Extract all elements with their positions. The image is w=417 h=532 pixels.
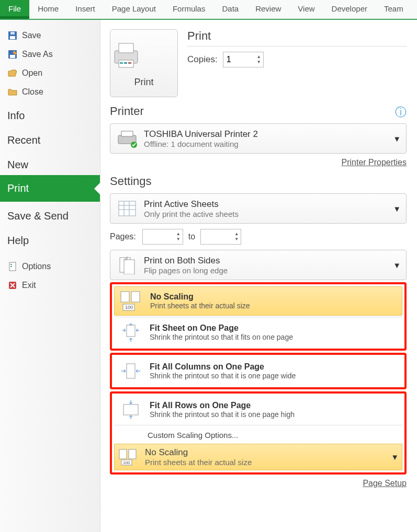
scaling-option-title: Fit Sheet on One Page	[150, 323, 293, 333]
scaling-group-highlight-1: 100 No Scaling Print sheets at their act…	[110, 282, 407, 351]
sidebar-item-options[interactable]: Options	[0, 257, 100, 276]
scaling-option-desc: Print sheets at their actual size	[150, 302, 250, 310]
svg-rect-18	[119, 201, 136, 216]
sidebar-item-save-as[interactable]: Save As	[0, 45, 100, 64]
printer-icon	[116, 128, 139, 149]
scaling-option-desc: Shrink the printout so that it is one pa…	[150, 410, 295, 419]
settings-heading: Settings	[110, 175, 407, 188]
print-what-desc: Only print the active sheets	[144, 210, 239, 218]
sidebar-item-label: Exit	[22, 281, 36, 290]
ribbon-tab-team[interactable]: Team	[376, 0, 412, 19]
info-icon[interactable]: ⓘ	[395, 105, 407, 120]
scaling-option-fit-rows[interactable]: Fit All Rows on One Page Shrink the prin…	[114, 396, 402, 424]
print-button-label: Print	[110, 77, 177, 88]
fit-rows-icon	[117, 399, 144, 421]
svg-rect-30	[127, 364, 135, 378]
pages-to-input[interactable]	[201, 230, 232, 244]
svg-rect-5	[9, 262, 16, 271]
svg-rect-13	[124, 62, 127, 64]
folder-open-icon	[7, 68, 18, 78]
ribbon-tab-home[interactable]: Home	[29, 0, 67, 19]
sheets-icon	[116, 198, 139, 219]
pages-from-input[interactable]	[143, 230, 174, 244]
svg-rect-25	[121, 292, 129, 302]
sidebar-item-exit[interactable]: Exit	[0, 276, 100, 295]
printer-status: Offline: 1 document waiting	[144, 140, 258, 148]
scaling-option-desc: Shrink the printout so that it fits on o…	[150, 333, 293, 341]
ribbon-tab-view[interactable]: View	[289, 0, 323, 19]
sidebar-item-label: Close	[22, 87, 43, 97]
ribbon-tab-insert[interactable]: Insert	[67, 0, 104, 19]
print-what-title: Print Active Sheets	[144, 199, 239, 210]
sidebar-section-recent[interactable]: Recent	[0, 126, 100, 151]
sidebar-item-close[interactable]: Close	[0, 83, 100, 101]
ribbon-tab-page-layout[interactable]: Page Layout	[104, 0, 164, 19]
copies-label: Copies:	[187, 54, 218, 65]
print-what-selector[interactable]: Print Active Sheets Only print the activ…	[110, 193, 407, 224]
chevron-down-icon: ▼	[393, 204, 401, 213]
ribbon-tab-data[interactable]: Data	[213, 0, 247, 19]
printer-selector[interactable]: TOSHIBA Universal Printer 2 Offline: 1 d…	[110, 123, 407, 154]
pages-to-spinner[interactable]: ▲▼	[200, 229, 241, 245]
scaling-option-fit-sheet[interactable]: Fit Sheet on One Page Shrink the printou…	[114, 318, 402, 346]
scaling-option-fit-columns[interactable]: Fit All Columns on One Page Shrink the p…	[114, 357, 402, 385]
svg-rect-32	[119, 449, 127, 459]
printer-properties-link[interactable]: Printer Properties	[342, 158, 407, 167]
copies-spinner[interactable]: ▲▼	[223, 52, 264, 67]
print-backstage-main: Print Print Copies: ▲▼ Printer ⓘ	[100, 20, 417, 532]
svg-rect-10	[119, 43, 133, 53]
svg-rect-12	[120, 62, 123, 64]
sidebar-section-info[interactable]: Info	[0, 101, 100, 126]
scaling-current-desc: Print sheets at their actual size	[145, 458, 252, 467]
duplex-icon	[116, 255, 139, 275]
scaling-selector[interactable]: 100 No Scaling Print sheets at their act…	[114, 444, 402, 470]
svg-rect-26	[131, 292, 140, 302]
ribbon-tab-file[interactable]: File	[0, 0, 29, 19]
svg-rect-24	[124, 260, 134, 274]
svg-rect-6	[10, 264, 12, 265]
exit-icon	[7, 280, 18, 291]
sidebar-item-open[interactable]: Open	[0, 64, 100, 83]
sidebar-item-label: Open	[22, 68, 42, 78]
pages-from-spinner[interactable]: ▲▼	[142, 229, 183, 245]
print-heading: Print	[187, 29, 407, 47]
printer-heading: Printer ⓘ	[110, 105, 407, 118]
spin-up-icon[interactable]: ▲	[174, 232, 183, 237]
print-button[interactable]: Print	[110, 29, 178, 97]
copies-input[interactable]	[223, 53, 255, 66]
fit-sheet-icon	[117, 321, 144, 343]
printer-large-icon	[110, 40, 177, 70]
no-scaling-icon: 100	[118, 290, 145, 312]
spin-down-icon[interactable]: ▼	[174, 237, 183, 242]
svg-rect-1	[10, 36, 15, 39]
ribbon-tab-review[interactable]: Review	[247, 0, 289, 19]
sidebar-section-save-send[interactable]: Save & Send	[0, 202, 100, 226]
duplex-title: Print on Both Sides	[144, 256, 228, 266]
spin-down-icon[interactable]: ▼	[255, 60, 263, 65]
spin-down-icon[interactable]: ▼	[232, 237, 241, 242]
scaling-option-title: Fit All Rows on One Page	[150, 401, 295, 410]
svg-rect-29	[127, 325, 135, 337]
ribbon-tab-formulas[interactable]: Formulas	[164, 0, 214, 19]
svg-rect-4	[10, 55, 15, 58]
scaling-group-highlight-3: Fit All Rows on One Page Shrink the prin…	[110, 391, 407, 475]
custom-scaling-options[interactable]: Custom Scaling Options...	[114, 431, 402, 440]
no-scaling-icon: 100	[118, 448, 141, 467]
page-setup-link[interactable]: Page Setup	[363, 479, 407, 488]
sidebar-section-help[interactable]: Help	[0, 226, 100, 251]
spin-up-icon[interactable]: ▲	[255, 54, 263, 60]
sidebar-section-new[interactable]: New	[0, 151, 100, 175]
scaling-option-no-scaling[interactable]: 100 No Scaling Print sheets at their act…	[114, 286, 402, 316]
ribbon-tab-developer[interactable]: Developer	[323, 0, 376, 19]
sidebar-section-print[interactable]: Print	[0, 175, 100, 202]
floppy-icon	[7, 30, 18, 41]
pages-label: Pages:	[110, 232, 136, 241]
chevron-down-icon: ▼	[391, 453, 399, 461]
chevron-down-icon: ▼	[393, 134, 401, 143]
duplex-selector[interactable]: Print on Both Sides Flip pages on long e…	[110, 250, 407, 280]
backstage-sidebar: Save Save As Open Close Info Recent New …	[0, 20, 100, 532]
sidebar-item-save[interactable]: Save	[0, 26, 100, 45]
scaling-option-title: Fit All Columns on One Page	[150, 362, 296, 372]
svg-rect-33	[129, 449, 136, 459]
spin-up-icon[interactable]: ▲	[232, 232, 241, 237]
